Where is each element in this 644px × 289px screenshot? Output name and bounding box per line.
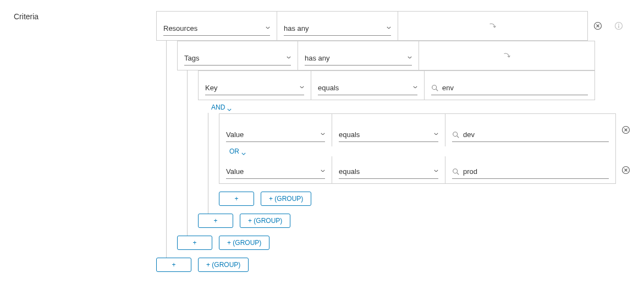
operator-select-tags[interactable]: has any [305,51,412,66]
svg-point-4 [432,85,437,89]
criteria-row-key: Key equals [198,70,630,100]
subject-select-resources[interactable]: Resources [163,21,270,36]
delete-row-button[interactable] [621,126,630,134]
criteria-row-tags: Tags has any [177,41,630,70]
svg-point-2 [618,24,619,25]
chevron-down-icon [241,149,246,154]
operator-select-value[interactable]: equals [339,128,438,142]
subject-select-key[interactable]: Key [205,81,304,95]
subject-select-value[interactable]: Value [226,165,325,179]
add-button[interactable]: + [219,192,254,206]
add-button[interactable]: + [198,214,233,228]
criteria-builder: Resources has any [156,11,630,272]
svg-point-5 [453,132,458,136]
add-group-button[interactable]: + (GROUP) [240,214,290,228]
curve-arrow-icon [488,21,498,31]
connector-and[interactable]: AND [198,100,630,113]
connector-or-row: OR [219,146,630,156]
value-input-dev[interactable]: dev [452,128,609,142]
search-icon [452,168,460,176]
chevron-down-icon [387,26,391,31]
add-group-button[interactable]: + (GROUP) [198,258,249,272]
subject-select-tags[interactable]: Tags [184,51,291,66]
chevron-down-icon [408,56,412,61]
chevron-down-icon [321,133,325,137]
value-group: Value equals [219,113,630,184]
operator-select-resources[interactable]: has any [284,21,391,36]
add-button[interactable]: + [156,258,191,272]
add-button[interactable]: + [177,236,212,250]
add-group-button[interactable]: + (GROUP) [261,192,311,206]
value-input-prod[interactable]: prod [452,165,609,179]
operator-select-value[interactable]: equals [339,165,438,179]
delete-row-button[interactable] [621,166,630,175]
chevron-down-icon [321,170,325,174]
chevron-down-icon [434,170,438,174]
svg-rect-3 [618,25,619,28]
chevron-down-icon [300,86,304,90]
section-label: Criteria [14,11,156,272]
criteria-row-resources: Resources has any [156,11,630,41]
criteria-row-value-prod: Value equals [219,156,630,184]
subject-select-value[interactable]: Value [226,128,325,142]
chevron-down-icon [227,105,232,110]
value-input-key[interactable]: env [431,81,588,95]
chevron-down-icon [266,26,270,31]
info-icon[interactable] [614,21,623,30]
curve-arrow-icon [502,51,512,61]
add-group-button[interactable]: + (GROUP) [219,236,269,250]
delete-row-button[interactable] [593,21,602,30]
search-icon [452,131,460,139]
criteria-row-value-dev: Value equals [219,113,630,146]
chevron-down-icon [413,86,417,90]
svg-point-7 [453,168,458,173]
chevron-down-icon [287,56,291,61]
operator-select-key[interactable]: equals [318,81,417,95]
connector-or[interactable]: OR [219,148,246,155]
chevron-down-icon [434,133,438,137]
search-icon [431,84,439,92]
